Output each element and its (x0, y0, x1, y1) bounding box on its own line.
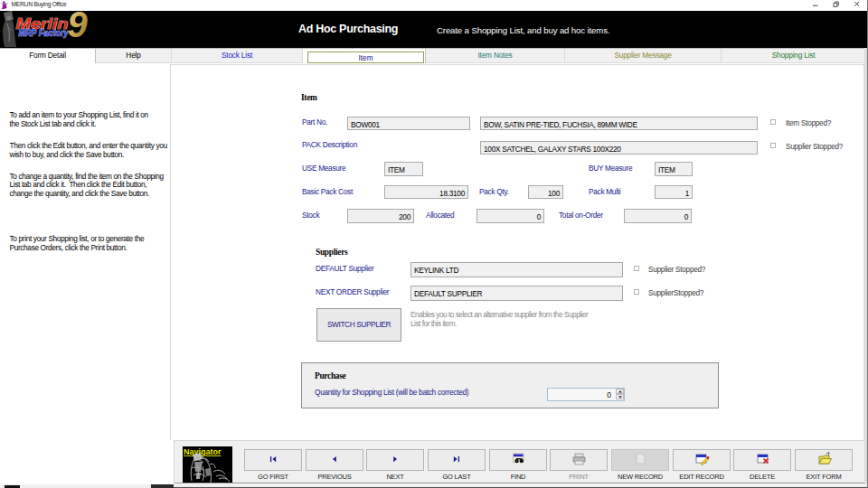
svg-text:9: 9 (68, 11, 89, 44)
svg-text:MRP Factory: MRP Factory (19, 27, 70, 38)
svg-text:Navigator: Navigator (184, 447, 222, 456)
